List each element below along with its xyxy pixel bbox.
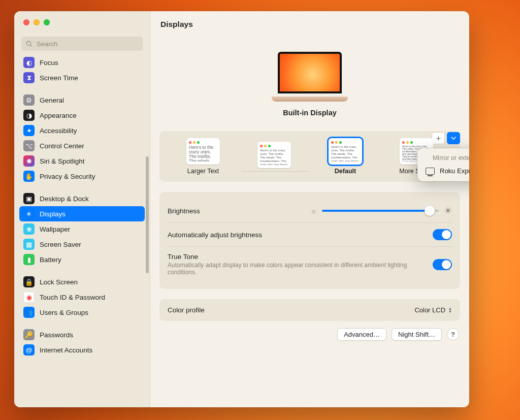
scrollbar-thumb[interactable] [146,156,149,273]
truetone-label: True Tone [168,253,411,261]
sidebar-item-general[interactable]: ⚙ General [19,92,145,108]
fullscreen-window-button[interactable] [44,19,50,25]
add-display-button[interactable]: ＋ [432,132,445,144]
updown-icon: ▲▼ [448,307,452,313]
sidebar-item-label: Wallpaper [40,225,70,233]
bottom-button-row: Advanced… Night Shift… ? [159,321,460,341]
wallpaper-icon: ❀ [23,223,35,235]
desktop-icon: ▣ [23,193,35,204]
accessibility-icon: ✦ [23,125,35,136]
resolution-option-default[interactable]: Here's to the crazy ones. The misfits. T… [312,138,378,175]
battery-icon: ▮ [23,254,35,265]
display-add-controls: ＋ [432,132,460,144]
system-settings-window: ◐ Focus ⧗ Screen Time ⚙ General ◑ Appear… [14,11,469,407]
sidebar-item-label: Displays [40,210,66,218]
sidebar-item-appearance[interactable]: ◑ Appearance [19,108,145,123]
sidebar-item-label: Touch ID & Password [40,294,105,301]
sidebar-item-label: Passwords [40,331,73,339]
fingerprint-icon: ◉ [23,292,35,303]
main-content: Displays Built-in Display ＋ Mirror or ex… [150,11,469,407]
sidebar-item-screen-saver[interactable]: ▦ Screen Saver [19,237,145,252]
screensaver-icon: ▦ [23,239,35,250]
sidebar-item-wallpaper[interactable]: ❀ Wallpaper [19,221,145,237]
sidebar-item-label: Privacy & Security [40,173,95,180]
sidebar-nav: ◐ Focus ⧗ Screen Time ⚙ General ◑ Appear… [14,55,150,407]
help-button[interactable]: ? [447,328,459,340]
color-profile-select[interactable]: Color LCD ▲▼ [414,306,452,314]
sidebar: ◐ Focus ⧗ Screen Time ⚙ General ◑ Appear… [14,11,150,407]
sidebar-item-label: Lock Screen [40,278,78,286]
sidebar-item-touch-id[interactable]: ◉ Touch ID & Password [19,289,145,305]
device-preview: Built-in Display ＋ Mirror or extend to R… [159,38,460,121]
sidebar-item-siri[interactable]: ✺ Siri & Spotlight [19,153,145,169]
sidebar-item-displays[interactable]: ☀ Displays [19,206,145,221]
laptop-graphic [272,52,348,102]
resolution-thumb: Here's to the crazy ones. The misfits. T… [257,142,291,168]
close-window-button[interactable] [23,19,29,25]
popover-item-label: Roku Express [440,167,469,175]
sidebar-item-passwords[interactable]: 🔑 Passwords [19,327,145,342]
sidebar-item-label: Users & Groups [40,309,88,316]
appearance-icon: ◑ [23,110,35,121]
sidebar-item-label: General [40,96,64,104]
sidebar-item-battery[interactable]: ▮ Battery [19,252,145,267]
slider-knob[interactable] [425,206,435,216]
sidebar-item-label: Battery [40,256,61,264]
brightness-slider[interactable]: ☼ ☀ [310,205,452,216]
focus-icon: ◐ [23,57,35,68]
sidebar-item-users-groups[interactable]: 👥 Users & Groups [19,305,145,320]
advanced-button[interactable]: Advanced… [337,328,386,341]
sidebar-item-label: Siri & Spotlight [40,157,85,165]
sidebar-item-lock-screen[interactable]: 🔒 Lock Screen [19,274,145,289]
sidebar-item-accessibility[interactable]: ✦ Accessibility [19,123,145,138]
sidebar-item-label: Accessibility [40,127,77,135]
resolution-card: Here's to the crazy ones. The misfits. T… [159,131,460,182]
sidebar-item-label: Control Center [40,142,84,150]
resolution-option-mid[interactable]: Here's to the crazy ones. The misfits. T… [241,142,307,175]
color-profile-value: Color LCD [414,306,445,314]
sidebar-item-label: Desktop & Dock [40,195,89,203]
sidebar-item-label: Screen Time [40,74,78,82]
sidebar-item-internet-accounts[interactable]: @ Internet Accounts [19,342,145,358]
brightness-label: Brightness [168,207,200,215]
sidebar-item-label: Internet Accounts [40,346,92,354]
control-center-icon: ⌥ [23,140,35,151]
sun-big-icon: ☀ [444,205,452,216]
search-input[interactable] [21,37,143,51]
sidebar-item-screen-time[interactable]: ⧗ Screen Time [19,70,145,85]
gear-icon: ⚙ [23,94,35,106]
sidebar-item-label: Focus [40,59,58,67]
sidebar-item-desktop-dock[interactable]: ▣ Desktop & Dock [19,191,145,206]
truetone-description: Automatically adapt display to make colo… [168,262,411,276]
brightness-card: Brightness ☼ ☀ Automatically adjust brig… [159,192,460,289]
tv-icon [426,168,435,175]
slider-track[interactable] [322,210,439,212]
mirror-extend-popover: Mirror or extend to Roku Express [417,148,469,181]
minimize-window-button[interactable] [34,19,40,25]
auto-brightness-toggle[interactable] [433,229,452,240]
key-icon: 🔑 [23,329,35,340]
users-icon: 👥 [23,307,35,318]
window-controls [14,11,150,31]
sidebar-item-control-center[interactable]: ⌥ Control Center [19,138,145,153]
sun-small-icon: ☼ [310,207,317,215]
siri-icon: ✺ [23,155,35,167]
color-profile-card: Color profile Color LCD ▲▼ [159,299,460,321]
resolution-thumb: Here's to the crazy ones. The misfits. T… [329,138,362,165]
sidebar-item-privacy[interactable]: ✋ Privacy & Security [19,169,145,184]
resolution-thumb: Here's to the crazy ones. The misfits. T… [186,138,220,165]
sidebar-item-label: Appearance [40,112,77,119]
popover-item-roku[interactable]: Roku Express [419,165,469,177]
screentime-icon: ⧗ [23,72,35,83]
color-profile-label: Color profile [168,306,205,314]
lock-icon: 🔒 [23,276,35,287]
device-name-label: Built-in Display [159,109,460,117]
display-dropdown-button[interactable] [447,132,460,144]
sidebar-item-label: Screen Saver [40,241,81,248]
sidebar-item-focus[interactable]: ◐ Focus [19,55,145,70]
hand-icon: ✋ [23,171,35,182]
resolution-option-larger-text[interactable]: Here's to the crazy ones. The misfits. T… [170,138,236,175]
displays-icon: ☀ [23,208,35,219]
truetone-toggle[interactable] [433,259,452,270]
night-shift-button[interactable]: Night Shift… [392,328,442,341]
